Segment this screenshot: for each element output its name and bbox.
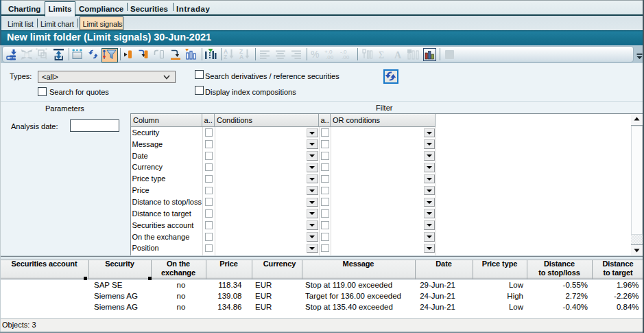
svg-text:A: A bbox=[239, 54, 243, 60]
svg-text:.00: .00 bbox=[342, 54, 350, 60]
svg-text:A: A bbox=[394, 50, 402, 60]
svg-text:%: % bbox=[311, 49, 319, 60]
svg-text:Σ: Σ bbox=[379, 50, 384, 60]
svg-text:Z: Z bbox=[224, 54, 227, 60]
svg-text:.00: .00 bbox=[326, 54, 334, 60]
